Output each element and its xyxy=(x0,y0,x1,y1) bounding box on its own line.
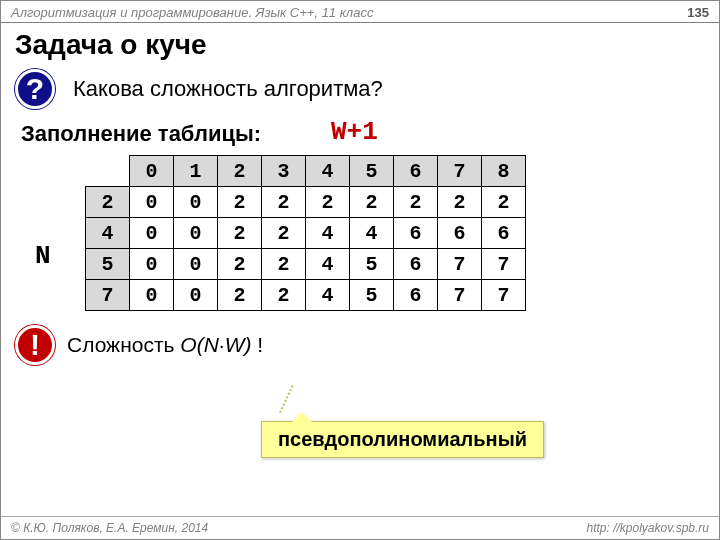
complexity-row: ! Сложность O(N·W) ! xyxy=(1,311,719,365)
slide-footer: © К.Ю. Поляков, Е.А. Еремин, 2014 http: … xyxy=(1,516,719,539)
complexity-text: Сложность O(N·W) ! xyxy=(67,333,263,357)
col-header: 3 xyxy=(262,156,306,187)
cell: 2 xyxy=(482,187,526,218)
col-header: 4 xyxy=(306,156,350,187)
cell: 5 xyxy=(350,249,394,280)
copyright: © К.Ю. Поляков, Е.А. Еремин, 2014 xyxy=(11,521,208,535)
exclaim-icon: ! xyxy=(15,325,55,365)
cell: 0 xyxy=(174,187,218,218)
cell: 2 xyxy=(306,187,350,218)
cell: 2 xyxy=(438,187,482,218)
row-header: 4 xyxy=(86,218,130,249)
cell: 2 xyxy=(262,249,306,280)
question-icon: ? xyxy=(15,69,55,109)
url: http: //kpolyakov.spb.ru xyxy=(586,521,709,535)
cell: 6 xyxy=(482,218,526,249)
col-header: 1 xyxy=(174,156,218,187)
cell: 5 xyxy=(350,280,394,311)
cell: 0 xyxy=(174,280,218,311)
table-area: N W+1 0123456782002222222400224466650022… xyxy=(1,155,719,311)
cell: 0 xyxy=(130,280,174,311)
cell: 2 xyxy=(218,249,262,280)
cell: 6 xyxy=(394,218,438,249)
col-header: 7 xyxy=(438,156,482,187)
slide-title: Задача о куче xyxy=(1,23,719,69)
cell: 2 xyxy=(218,280,262,311)
slide-header: Алгоритмизация и программирование. Язык … xyxy=(1,1,719,23)
table-corner xyxy=(86,156,130,187)
question-text: Какова сложность алгоритма? xyxy=(65,74,391,104)
col-header: 5 xyxy=(350,156,394,187)
w-label: W+1 xyxy=(331,117,378,147)
row-header: 2 xyxy=(86,187,130,218)
cell: 7 xyxy=(482,280,526,311)
cell: 6 xyxy=(394,249,438,280)
cell: 4 xyxy=(306,280,350,311)
cell: 2 xyxy=(350,187,394,218)
cell: 0 xyxy=(174,249,218,280)
col-header: 6 xyxy=(394,156,438,187)
row-header: 7 xyxy=(86,280,130,311)
cell: 2 xyxy=(394,187,438,218)
cell: 6 xyxy=(438,218,482,249)
cell: 4 xyxy=(306,218,350,249)
cell: 2 xyxy=(218,187,262,218)
cell: 2 xyxy=(262,187,306,218)
page-number: 135 xyxy=(687,5,709,20)
cell: 0 xyxy=(130,187,174,218)
cell: 0 xyxy=(130,218,174,249)
cell: 0 xyxy=(174,218,218,249)
callout-text: псевдополиномиальный xyxy=(278,428,527,450)
row-header: 5 xyxy=(86,249,130,280)
cell: 2 xyxy=(262,218,306,249)
cell: 4 xyxy=(350,218,394,249)
cell: 6 xyxy=(394,280,438,311)
question-row: ? Какова сложность алгоритма? xyxy=(1,69,719,115)
cell: 4 xyxy=(306,249,350,280)
col-header: 8 xyxy=(482,156,526,187)
cell: 2 xyxy=(262,280,306,311)
dp-table: 0123456782002222222400224466650022456777… xyxy=(85,155,526,311)
n-label: N xyxy=(35,241,51,271)
col-header: 0 xyxy=(130,156,174,187)
callout: псевдополиномиальный xyxy=(261,421,544,458)
cell: 7 xyxy=(438,280,482,311)
cell: 0 xyxy=(130,249,174,280)
cell: 2 xyxy=(218,218,262,249)
course-name: Алгоритмизация и программирование. Язык … xyxy=(11,5,373,20)
cell: 7 xyxy=(438,249,482,280)
cell: 7 xyxy=(482,249,526,280)
col-header: 2 xyxy=(218,156,262,187)
